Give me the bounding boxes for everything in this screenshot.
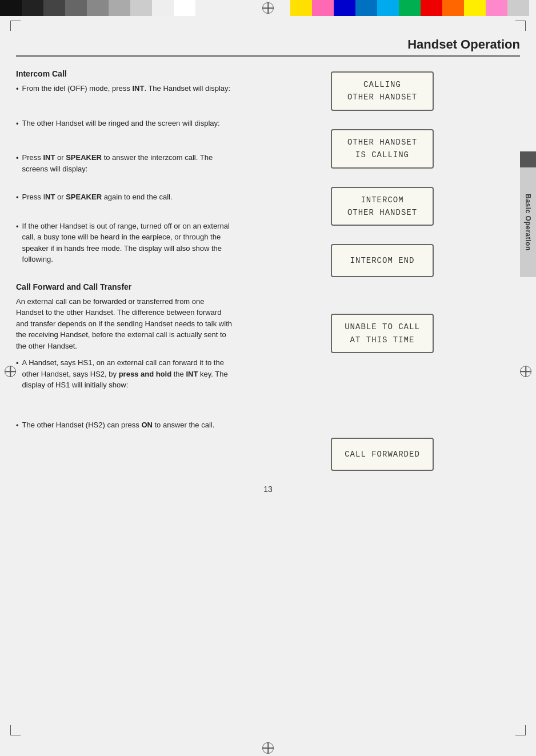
lcd-unable-line2: AT THIS TIME xyxy=(345,334,420,346)
page-number: 13 xyxy=(16,485,520,494)
bullet-4-text: Press INT or SPEAKER again to end the ca… xyxy=(22,191,173,203)
crosshair-mid-right xyxy=(520,366,531,377)
intercom-call-heading: Intercom Call xyxy=(16,69,233,78)
lcd-intercom-line1: INTERCOM xyxy=(347,194,417,206)
crosshair-bottom xyxy=(262,742,274,754)
bullet-2: • The other Handset will be ringed and t… xyxy=(16,118,233,130)
cf-bullet-2-dot: • xyxy=(16,420,19,431)
lcd-intercom-other-handset: INTERCOM OTHER HANDSET xyxy=(331,187,434,226)
page-content: Basic Operation Handset Operation Interc… xyxy=(16,37,520,719)
call-forward-heading: Call Forward and Call Transfer xyxy=(16,282,233,291)
lcd-unable-to-call: UNABLE TO CALL AT THIS TIME xyxy=(331,314,434,353)
bullet-2-text: The other Handset will be ringed and the… xyxy=(22,118,220,130)
crosshair-mid-left xyxy=(5,366,16,377)
corner-mark-tr xyxy=(515,21,526,31)
page-title-section: Handset Operation xyxy=(16,37,520,57)
lcd-call-forwarded: CALL FORWARDED xyxy=(331,438,434,471)
bullet-5-text: If the other Handset is out of range, tu… xyxy=(22,221,233,265)
lcd-other-calling-text: OTHER HANDSET IS CALLING xyxy=(347,136,417,162)
cf-bullet-2: • The other Handset (HS2) can press ON t… xyxy=(16,419,233,431)
lcd-calling-other-handset: CALLING OTHER HANDSET xyxy=(331,71,434,111)
lcd-calling-line1: CALLING xyxy=(347,78,417,91)
right-column: CALLING OTHER HANDSET OTHER HANDSET IS C… xyxy=(245,67,520,471)
corner-mark-bl xyxy=(10,725,21,735)
lcd-other-handset-calling: OTHER HANDSET IS CALLING xyxy=(331,129,434,169)
bullet-5: • If the other Handset is out of range, … xyxy=(16,221,233,265)
lcd-intercom-end-line1: INTERCOM END xyxy=(350,254,415,267)
lcd-other-calling-line1: OTHER HANDSET xyxy=(347,136,417,149)
bullet-3: • Press INT or SPEAKER to answer the int… xyxy=(16,152,233,174)
sidebar-tab: Basic Operation xyxy=(520,151,536,277)
bullet-1-dot: • xyxy=(16,83,19,95)
cf-bullet-1: • A Handset, says HS1, on an external ca… xyxy=(16,357,233,391)
color-strip-left xyxy=(0,0,217,16)
corner-mark-br xyxy=(515,725,526,735)
page-title: Handset Operation xyxy=(16,37,520,52)
lcd-intercom-text: INTERCOM OTHER HANDSET xyxy=(347,194,417,219)
sidebar-tab-dark-bar xyxy=(520,151,536,167)
bullet-2-dot: • xyxy=(16,118,19,130)
corner-mark-tl xyxy=(10,21,21,31)
bullet-3-text: Press INT or SPEAKER to answer the inter… xyxy=(22,152,233,174)
sidebar-tab-label: Basic Operation xyxy=(524,194,532,251)
bullet-1-text: From the idel (OFF) mode, press INT. The… xyxy=(22,83,231,95)
main-layout: Intercom Call • From the idel (OFF) mode… xyxy=(16,67,520,471)
bullet-3-dot: • xyxy=(16,153,19,174)
lcd-intercom-end: INTERCOM END xyxy=(331,244,434,277)
cf-bullet-1-dot: • xyxy=(16,358,19,391)
cf-bullet-1-text: A Handset, says HS1, on an external call… xyxy=(22,357,233,391)
bullet-4-dot: • xyxy=(16,192,19,203)
bullet-4: • Press INT or SPEAKER again to end the … xyxy=(16,191,233,203)
bullet-1: • From the idel (OFF) mode, press INT. T… xyxy=(16,83,233,95)
bullet-5-dot: • xyxy=(16,221,19,265)
lcd-intercom-end-text: INTERCOM END xyxy=(350,254,415,267)
lcd-other-calling-line2: IS CALLING xyxy=(347,149,417,161)
lcd-unable-text: UNABLE TO CALL AT THIS TIME xyxy=(345,321,420,346)
color-strip-right xyxy=(290,0,536,16)
call-forward-intro: An external call can be forwarded or tra… xyxy=(16,296,233,352)
lcd-forwarded-line1: CALL FORWARDED xyxy=(345,448,420,461)
lcd-forwarded-text: CALL FORWARDED xyxy=(345,448,420,461)
lcd-calling-line2: OTHER HANDSET xyxy=(347,91,417,103)
left-column: Intercom Call • From the idel (OFF) mode… xyxy=(16,67,233,471)
lcd-unable-line1: UNABLE TO CALL xyxy=(345,321,420,333)
cf-bullet-2-text: The other Handset (HS2) can press ON to … xyxy=(22,419,215,431)
lcd-calling-text: CALLING OTHER HANDSET xyxy=(347,78,417,104)
sidebar-tab-label-area: Basic Operation xyxy=(520,167,536,277)
crosshair-top xyxy=(262,2,274,14)
lcd-intercom-line2: OTHER HANDSET xyxy=(347,206,417,219)
